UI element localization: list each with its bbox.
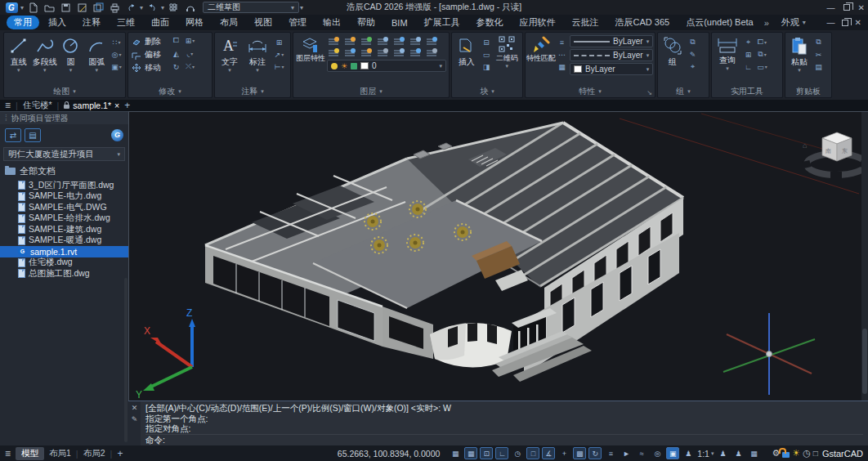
tab-manage[interactable]: 管理	[281, 16, 314, 29]
tab-gstarcad365[interactable]: 浩辰CAD 365	[608, 16, 678, 29]
redo-caret-icon[interactable]: ▾	[161, 4, 164, 11]
history-clock-icon[interactable]: ◷	[803, 448, 811, 459]
close-button[interactable]: ✕	[858, 3, 865, 12]
line-button[interactable]: 直线▾	[7, 35, 31, 72]
open-file-button[interactable]	[42, 2, 56, 14]
group-button[interactable]: 组	[660, 35, 685, 68]
tab-home[interactable]: 常用	[7, 16, 39, 29]
linetype-list-icon[interactable]: ⋯	[556, 49, 568, 60]
tab-overflow-icon[interactable]: »	[764, 18, 769, 28]
ellipse-tools-button[interactable]: ◎▾	[110, 49, 123, 60]
lineweight-list-icon[interactable]: ≡	[556, 37, 568, 47]
doc-tab-sample1[interactable]: sample.1* ×	[64, 101, 119, 110]
linetype-dropdown[interactable]: ByLayer▾	[570, 49, 653, 61]
paste-button[interactable]: 粘贴▾	[788, 35, 811, 72]
status-menu-icon[interactable]: ≡	[5, 448, 11, 459]
toggle-object-snap-3d[interactable]: ↻	[588, 447, 602, 459]
point-tools-button[interactable]: ∷▾	[110, 37, 123, 47]
support-button[interactable]	[182, 2, 197, 14]
offset-button[interactable]: 偏移	[131, 48, 168, 60]
panel-title-draw[interactable]: 绘图▾	[4, 86, 125, 97]
file-item[interactable]: SAMPLE-给排水.dwg	[0, 213, 128, 225]
project-dropdown[interactable]: 明仁大厦改造提升项目▾	[3, 147, 125, 161]
panel-title-clipboard[interactable]: 剪贴板	[785, 86, 831, 97]
toggle-transparency[interactable]: ≈	[635, 447, 648, 459]
layout2-tab[interactable]: 布局2	[83, 448, 105, 459]
dimension-button[interactable]: 标注▾	[244, 35, 271, 72]
restore-button[interactable]	[843, 4, 850, 11]
layout1-tab[interactable]: 布局1	[49, 448, 71, 459]
hatch-tools-button[interactable]: ▣▾	[110, 61, 123, 72]
copy-base-button[interactable]: ▤	[812, 61, 825, 72]
tab-applications[interactable]: 应用软件	[512, 16, 563, 29]
group-edit-button[interactable]: ✎	[687, 49, 699, 60]
file-item[interactable]: SAMPLE-电力.dwg	[0, 191, 128, 203]
doc-minimize-button[interactable]: —	[827, 18, 835, 27]
doc-tab-residential[interactable]: 住宅楼*	[23, 100, 52, 111]
layer-tools-grid[interactable]	[327, 35, 446, 58]
doc-menu-icon[interactable]: ≡	[5, 100, 11, 111]
layer-dropdown[interactable]: ☀ 0 ▾	[327, 60, 446, 72]
panel-launcher-icon[interactable]: ↘	[647, 89, 652, 96]
close-tab-icon[interactable]: ×	[114, 101, 119, 110]
tab-3d[interactable]: 三维	[110, 16, 142, 29]
toggle-grid[interactable]: ▦	[449, 447, 462, 459]
tab-layout[interactable]: 布局	[213, 16, 245, 29]
file-item-selected[interactable]: Gsample.1.rvt	[0, 246, 128, 257]
tab-output[interactable]: 输出	[315, 16, 348, 29]
toggle-polar-tracking[interactable]: ◷	[511, 447, 524, 459]
arc-button[interactable]: 圆弧▾	[84, 35, 109, 72]
toggle-hardware-acceleration[interactable]: ▣	[666, 447, 679, 459]
undo-button[interactable]	[123, 2, 138, 14]
tab-parametric[interactable]: 参数化	[469, 16, 511, 29]
batch-plot-button[interactable]	[166, 2, 181, 14]
leader-button[interactable]: ↗▾	[273, 49, 285, 60]
toggle-ortho-mode[interactable]: ∟	[495, 447, 508, 459]
toggle-snap-mode[interactable]: ⊡	[480, 447, 493, 459]
match-properties-button[interactable]: 特性匹配	[528, 35, 554, 62]
new-layout-button[interactable]: +	[117, 448, 123, 459]
panel-title-annotate[interactable]: 注释▾	[215, 86, 290, 97]
toggle-annotation-scale-person[interactable]: ♟	[682, 447, 695, 459]
tab-cloud-markup[interactable]: 云批注	[565, 16, 606, 29]
mirror-button[interactable]: ◭	[170, 48, 182, 59]
tab-annotate[interactable]: 注释	[75, 16, 108, 29]
tab-pointcloud[interactable]: 点云(undet) Beta	[678, 16, 761, 29]
circle-button[interactable]: 圆▾	[59, 35, 83, 72]
qr-code-button[interactable]: 二维码▾	[494, 35, 520, 68]
appearance-dropdown[interactable]: 外观▾	[781, 16, 807, 29]
quick-select-button[interactable]: ⧠▾	[756, 37, 768, 47]
sidebar-scrollbar[interactable]	[124, 278, 128, 442]
polyline-button[interactable]: 多段线▾	[33, 35, 57, 72]
measure-button[interactable]: 查询▾	[714, 35, 740, 70]
panel-title-modify[interactable]: 修改▾	[128, 86, 212, 97]
copy-button[interactable]: ⧠	[170, 35, 182, 46]
unlock-ui-icon[interactable]	[782, 452, 790, 458]
sync-project-button[interactable]: ⇄	[5, 128, 21, 142]
file-item[interactable]: SAMPLE-电气.DWG	[0, 202, 128, 213]
viewport-scrollbar[interactable]	[861, 112, 868, 401]
lineweight-dropdown[interactable]: ByLayer▾	[570, 35, 653, 47]
print-button[interactable]	[107, 2, 122, 14]
doc-restore-button[interactable]	[842, 20, 848, 26]
toolbar-overflow-caret-icon[interactable]: ▾	[300, 4, 303, 11]
edit-command-icon[interactable]: ✎	[132, 415, 138, 423]
text-button[interactable]: A 文字▾	[217, 35, 242, 72]
toggle-annotation-visibility[interactable]: ♟	[716, 447, 729, 459]
layer-properties-button[interactable]: 图层特性	[296, 35, 325, 62]
file-item[interactable]: 3_D区门厅平面图.dwg	[0, 180, 128, 191]
save-as-button[interactable]	[74, 2, 89, 14]
ungroup-button[interactable]: ⧉	[687, 37, 699, 47]
tab-bim[interactable]: BIM	[384, 17, 415, 29]
export-button[interactable]	[91, 2, 105, 14]
file-item[interactable]: SAMPLE-建筑.dwg	[0, 224, 128, 235]
panel-title-properties[interactable]: 特性▾↘	[526, 86, 655, 97]
toggle-osnap-tracking[interactable]: ∡	[542, 447, 555, 459]
create-block-button[interactable]: ⊟	[481, 37, 493, 47]
redo-button[interactable]	[145, 2, 159, 14]
minimize-button[interactable]: —	[827, 3, 835, 12]
toggle-object-snap[interactable]: ▩	[573, 447, 586, 459]
file-item[interactable]: 住宅楼.dwg	[0, 257, 128, 269]
close-command-icon[interactable]: ✕	[132, 404, 138, 412]
insert-block-button[interactable]: 插入	[454, 35, 479, 68]
